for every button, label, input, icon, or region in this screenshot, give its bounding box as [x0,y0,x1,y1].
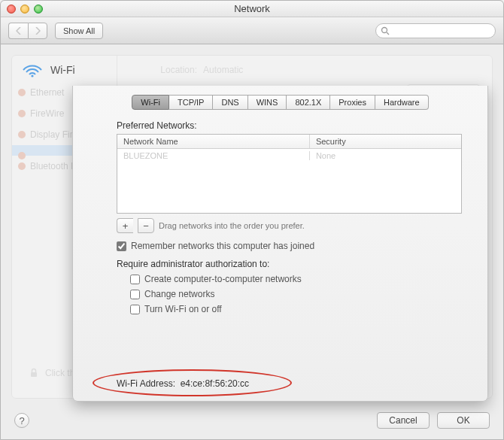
svg-rect-2 [31,372,37,377]
content-area: Ethernet FireWire Display FireWire Bluet… [1,44,503,439]
wifi-address-label: Wi-Fi Address: [117,378,175,389]
forward-button[interactable] [28,23,47,39]
nav-group [8,23,47,39]
check-create-networks[interactable]: Create computer-to-computer networks [130,274,462,284]
tab-8021x[interactable]: 802.1X [287,95,330,110]
network-window: Network Show All Ethernet FireWire Displ… [0,0,504,440]
check-change-networks[interactable]: Change networks [130,289,462,299]
titlebar: Network [1,1,503,17]
cancel-button[interactable]: Cancel [377,412,430,429]
add-network-button[interactable]: + [117,218,133,233]
wifi-address: Wi-Fi Address: e4:ce:8f:56:20:cc [117,378,249,389]
back-button[interactable] [8,23,28,39]
table-row[interactable]: BLUEZONE None [117,149,461,162]
search-icon [381,26,390,35]
tab-wins[interactable]: WINS [248,95,287,110]
tab-bar: Wi-Fi TCP/IP DNS WINS 802.1X Proxies Har… [91,95,469,110]
remove-network-button[interactable]: − [138,218,154,233]
show-all-button[interactable]: Show All [55,23,103,39]
svg-point-3 [31,74,33,77]
tab-hardware[interactable]: Hardware [375,95,429,110]
advanced-sheet: Wi-Fi TCP/IP DNS WINS 802.1X Proxies Har… [72,86,488,402]
tab-wifi[interactable]: Wi-Fi [132,95,169,110]
network-list[interactable]: Network Name Security BLUEZONE None [117,134,462,214]
wifi-header: Wi-Fi [22,62,75,77]
preferred-networks-label: Preferred Networks: [117,120,462,131]
wifi-title: Wi-Fi [50,64,75,76]
lock-icon [29,368,39,378]
check-toggle-wifi[interactable]: Turn Wi-Fi on or off [130,304,462,314]
wifi-address-value: e4:ce:8f:56:20:cc [181,378,249,389]
toolbar: Show All [1,17,503,44]
tab-dns[interactable]: DNS [213,95,247,110]
tab-tcpip[interactable]: TCP/IP [169,95,213,110]
drag-hint: Drag networks into the order you prefer. [159,221,305,230]
close-icon[interactable] [7,5,16,14]
traffic-lights [7,5,43,14]
ok-button[interactable]: OK [437,412,490,429]
search-input[interactable] [394,25,490,34]
minimize-icon[interactable] [20,5,29,14]
search-field[interactable] [375,23,496,38]
tab-proxies[interactable]: Proxies [330,95,375,110]
help-button[interactable]: ? [14,413,29,428]
require-admin-label: Require administrator authorization to: [117,259,462,269]
svg-line-1 [387,32,389,35]
col-network-name[interactable]: Network Name [117,135,310,148]
remember-networks-checkbox[interactable]: Remember networks this computer has join… [117,241,462,251]
zoom-icon[interactable] [34,5,43,14]
col-security[interactable]: Security [310,135,461,148]
svg-point-0 [382,27,387,32]
window-title: Network [1,3,503,14]
wifi-icon [22,62,43,77]
footer: ? Cancel OK [1,402,503,439]
